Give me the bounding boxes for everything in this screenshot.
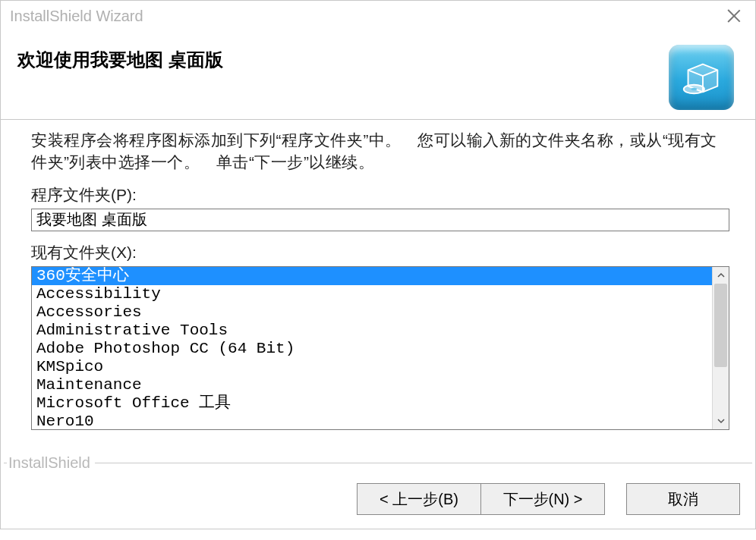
list-item[interactable]: Adobe Photoshop CC (64 Bit) [32, 340, 712, 358]
folder-list: 360安全中心AccessibilityAccessoriesAdministr… [32, 267, 712, 429]
window-title: InstallShield Wizard [10, 8, 143, 25]
instructions-text: 安装程序会将程序图标添加到下列“程序文件夹”中。 您可以输入新的文件夹名称，或从… [31, 129, 729, 174]
list-item[interactable]: Microsoft Office 工具 [32, 394, 712, 413]
body: 安装程序会将程序图标添加到下列“程序文件夹”中。 您可以输入新的文件夹名称，或从… [1, 120, 755, 456]
box-disc-icon [678, 54, 725, 101]
footer-brand: InstallShield [7, 454, 95, 472]
list-item[interactable]: Nero10 [32, 413, 712, 429]
welcome-heading: 欢迎使用我要地图 桌面版 [17, 45, 223, 72]
list-item[interactable]: KMSpico [32, 358, 712, 376]
cancel-button[interactable]: 取消 [626, 483, 740, 515]
list-item[interactable]: Accessories [32, 303, 712, 322]
titlebar: InstallShield Wizard [1, 1, 755, 31]
close-button[interactable] [719, 4, 749, 28]
footer-separator: InstallShield [4, 456, 752, 469]
list-item[interactable]: 360安全中心 [32, 267, 712, 285]
list-item[interactable]: Administrative Tools [32, 322, 712, 340]
svg-point-1 [691, 88, 697, 90]
chevron-down-icon [717, 417, 725, 425]
header: 欢迎使用我要地图 桌面版 [1, 31, 755, 115]
scroll-down-button[interactable] [713, 413, 729, 429]
close-icon [727, 9, 741, 23]
scroll-up-button[interactable] [713, 267, 729, 284]
program-folder-input[interactable] [31, 209, 729, 231]
program-folder-label: 程序文件夹(P): [31, 184, 729, 206]
existing-folders-label: 现有文件夹(X): [31, 242, 729, 263]
chevron-up-icon [717, 272, 725, 279]
list-scrollbar[interactable] [712, 267, 729, 429]
next-button[interactable]: 下一步(N) > [480, 483, 605, 515]
scroll-thumb[interactable] [714, 284, 727, 367]
button-row: < 上一步(B) 下一步(N) > 取消 [1, 469, 755, 529]
back-button[interactable]: < 上一步(B) [357, 483, 481, 515]
installer-logo [669, 45, 734, 110]
list-item[interactable]: Accessibility [32, 285, 712, 303]
existing-folders-listbox[interactable]: 360安全中心AccessibilityAccessoriesAdministr… [31, 266, 729, 430]
installer-window: InstallShield Wizard 欢迎使用我要地图 桌面版 安装程序会将… [0, 0, 756, 529]
list-item[interactable]: Maintenance [32, 376, 712, 394]
